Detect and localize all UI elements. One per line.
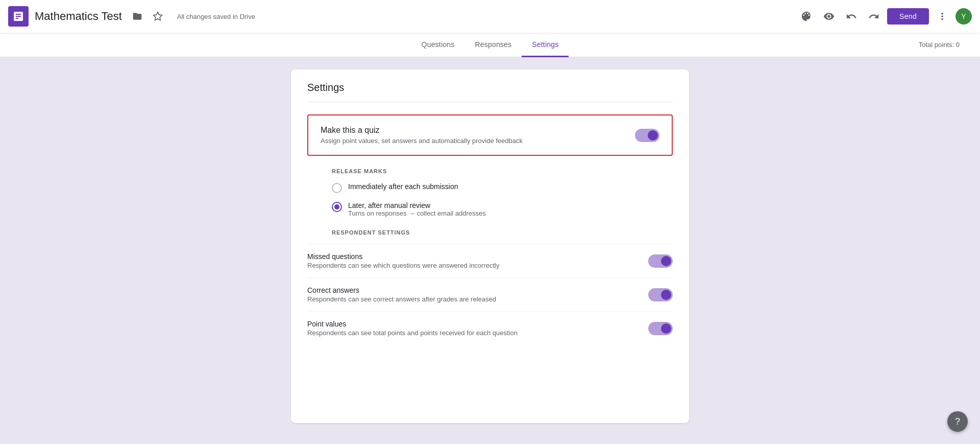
settings-card: Settings Make this a quiz Assign point v… — [291, 69, 689, 423]
undo-icon — [846, 11, 857, 22]
customize-theme-button[interactable] — [797, 7, 816, 26]
quiz-toggle[interactable] — [635, 129, 659, 142]
missed-questions-toggle[interactable] — [648, 254, 673, 268]
missed-questions-title: Missed questions — [307, 252, 499, 261]
missed-questions-text: Missed questions Respondents can see whi… — [307, 252, 499, 269]
palette-icon — [801, 11, 812, 22]
quiz-toggle-slider — [635, 129, 659, 142]
radio-immediately-outer[interactable] — [332, 183, 342, 193]
release-marks-section: RELEASE MARKS Immediately after each sub… — [307, 168, 673, 217]
user-avatar[interactable]: Y — [955, 8, 972, 25]
respondent-settings-section: RESPONDENT SETTINGS Missed questions Res… — [307, 229, 673, 345]
quiz-description: Assign point values, set answers and aut… — [321, 137, 523, 145]
respondent-settings-label: RESPONDENT SETTINGS — [307, 229, 673, 236]
total-points: Total points: 0 — [919, 41, 960, 49]
radio-immediately[interactable]: Immediately after each submission — [307, 182, 673, 193]
star-icon — [153, 11, 163, 21]
saved-status: All changes saved in Drive — [177, 13, 255, 20]
missed-questions-description: Respondents can see which questions were… — [307, 262, 499, 269]
radio-later-inner — [334, 204, 339, 209]
release-marks-label: RELEASE MARKS — [307, 168, 673, 174]
undo-button[interactable] — [842, 7, 861, 26]
missed-toggle-slider — [648, 254, 673, 268]
radio-later-outer[interactable] — [332, 202, 342, 212]
points-toggle-knob — [661, 323, 671, 334]
correct-answers-description: Respondents can see correct answers afte… — [307, 295, 496, 303]
folder-button[interactable] — [128, 7, 146, 26]
quiz-section-text: Make this a quiz Assign point values, se… — [321, 126, 523, 145]
settings-divider — [307, 102, 673, 102]
topbar: Mathematics Test All changes saved in Dr… — [0, 0, 980, 33]
correct-toggle-knob — [661, 290, 671, 300]
correct-toggle-slider — [648, 288, 673, 301]
more-options-button[interactable] — [933, 7, 951, 26]
more-vert-icon — [937, 11, 948, 22]
main-content: Settings Make this a quiz Assign point v… — [0, 57, 980, 443]
document-title: Mathematics Test — [35, 10, 122, 23]
radio-later-description: Turns on responses → collect email addre… — [348, 209, 486, 217]
star-button[interactable] — [149, 7, 167, 26]
point-values-title: Point values — [307, 320, 518, 328]
radio-later-label: Later, after manual review — [348, 201, 486, 209]
tabs-bar: Questions Responses Settings Total point… — [0, 33, 980, 57]
quiz-title: Make this a quiz — [321, 126, 523, 135]
tab-questions[interactable]: Questions — [411, 33, 465, 57]
radio-immediately-label: Immediately after each submission — [348, 182, 458, 191]
svg-marker-0 — [153, 12, 162, 20]
radio-later-text: Later, after manual review Turns on resp… — [348, 201, 486, 217]
correct-answers-toggle[interactable] — [648, 288, 673, 301]
radio-immediately-text: Immediately after each submission — [348, 182, 458, 191]
correct-answers-text: Correct answers Respondents can see corr… — [307, 286, 496, 303]
point-values-description: Respondents can see total points and poi… — [307, 329, 518, 337]
respondent-row-correct: Correct answers Respondents can see corr… — [307, 277, 673, 311]
correct-answers-title: Correct answers — [307, 286, 496, 294]
preview-icon — [823, 11, 835, 22]
respondent-row-missed: Missed questions Respondents can see whi… — [307, 244, 673, 277]
topbar-doc-icons — [128, 7, 167, 26]
forms-icon — [12, 10, 24, 22]
folder-icon — [132, 11, 142, 21]
app-icon — [8, 6, 29, 27]
topbar-right: Send Y — [797, 7, 972, 26]
tabs-center: Questions Responses Settings — [411, 33, 569, 57]
quiz-section: Make this a quiz Assign point values, se… — [307, 114, 673, 156]
point-values-text: Point values Respondents can see total p… — [307, 320, 518, 337]
preview-button[interactable] — [820, 7, 838, 26]
send-button[interactable]: Send — [887, 8, 929, 25]
help-button[interactable]: ? — [947, 411, 968, 432]
radio-later[interactable]: Later, after manual review Turns on resp… — [307, 201, 673, 217]
respondent-row-points: Point values Respondents can see total p… — [307, 311, 673, 345]
points-toggle-slider — [648, 322, 673, 335]
tab-settings[interactable]: Settings — [522, 33, 569, 57]
missed-toggle-knob — [661, 256, 671, 266]
redo-button[interactable] — [865, 7, 883, 26]
point-values-toggle[interactable] — [648, 322, 673, 335]
redo-icon — [868, 11, 879, 22]
topbar-left: Mathematics Test All changes saved in Dr… — [8, 6, 797, 27]
tab-responses[interactable]: Responses — [464, 33, 522, 57]
quiz-toggle-knob — [648, 130, 658, 141]
settings-title: Settings — [307, 82, 673, 94]
